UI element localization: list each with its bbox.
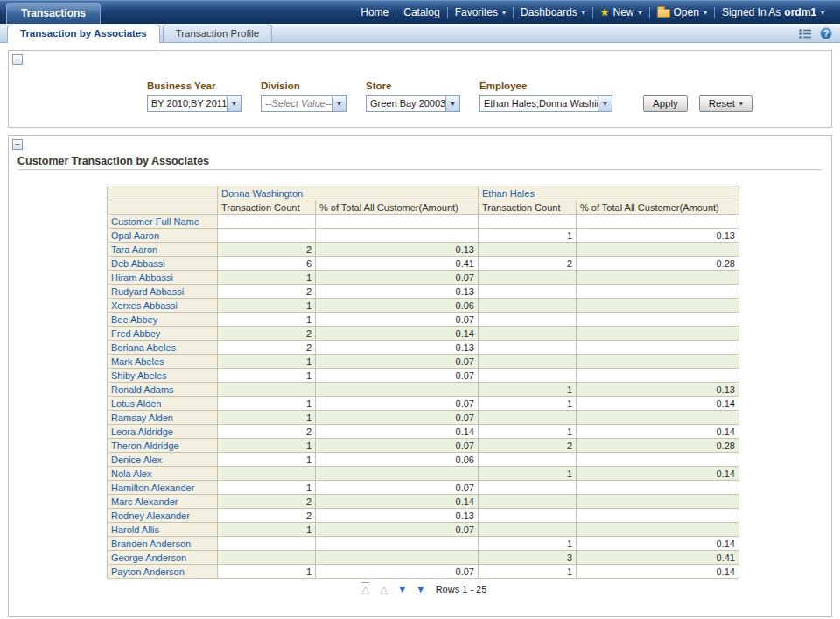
reset-button[interactable]: Reset ▾ — [699, 95, 752, 112]
measure-value-cell — [577, 299, 739, 313]
prompt-row: Business Year BY 2010;BY 2011 ▼ Division… — [147, 81, 831, 112]
customer-name-link[interactable]: Deb Abbassi — [108, 257, 218, 271]
measure-value-cell — [577, 523, 739, 537]
employee-label: Employee — [480, 81, 612, 91]
dropdown-arrow-icon[interactable]: ▼ — [598, 96, 612, 111]
open-folder-icon — [657, 9, 670, 18]
corner-cell — [108, 200, 218, 215]
nav-new[interactable]: ★ New ▾ — [593, 6, 649, 18]
customer-name-link[interactable]: Boriana Abeles — [108, 341, 218, 355]
rows-range-label: Rows 1 - 25 — [436, 584, 487, 594]
customer-name-link[interactable]: Xerxes Abbassi — [108, 299, 218, 313]
page-options-icon[interactable] — [798, 28, 812, 39]
empty-cell — [316, 215, 479, 229]
measure-value-cell: 2 — [218, 243, 316, 257]
table-row: Harold Allis10.07 — [108, 523, 739, 537]
collapse-report-icon[interactable]: − — [12, 139, 23, 150]
customer-name-link[interactable]: Leora Aldridge — [108, 425, 218, 439]
division-select[interactable]: --Select Value-- ▼ — [261, 95, 346, 112]
tab-transaction-profile[interactable]: Transaction Profile — [163, 25, 272, 42]
page-last-icon[interactable]: ▼ — [414, 582, 428, 596]
store-select[interactable]: Green Bay 20003 ▼ — [366, 95, 460, 112]
customer-name-link[interactable]: Harold Allis — [108, 523, 218, 537]
measure-value-cell: 0.14 — [577, 537, 739, 551]
table-row: Leora Aldridge20.1410.14 — [108, 425, 739, 439]
measure-value-cell: 1 — [218, 369, 316, 383]
title-divider — [18, 169, 822, 170]
dashboard-content: − Business Year BY 2010;BY 2011 ▼ Divisi… — [0, 43, 840, 617]
customer-name-link[interactable]: Opal Aaron — [108, 229, 218, 243]
customer-name-link[interactable]: Hamilton Alexander — [108, 481, 218, 495]
nav-favorites[interactable]: Favorites ▾ — [448, 6, 513, 18]
measure-value-cell — [479, 271, 577, 285]
nav-home[interactable]: Home — [354, 6, 396, 18]
measure-value-cell: 0.07 — [316, 397, 479, 411]
pivot-table-wrap: Donna Washington Ethan Hales Transaction… — [107, 186, 738, 579]
measure-value-cell — [218, 383, 316, 397]
table-row: Denice Alex10.06 — [108, 453, 739, 467]
customer-name-link[interactable]: Nola Alex — [108, 467, 218, 481]
page-down-icon[interactable]: ▼ — [396, 582, 410, 596]
measure-header-pct-total: % of Total All Customer(Amount) — [577, 200, 739, 215]
customer-name-link[interactable]: Payton Anderson — [108, 565, 218, 579]
collapse-prompts-icon[interactable]: − — [12, 54, 23, 65]
store-label: Store — [366, 81, 460, 91]
page-up-icon[interactable]: △ — [377, 582, 391, 596]
apply-button[interactable]: Apply — [643, 95, 688, 112]
measure-value-cell — [316, 383, 479, 397]
prompt-division: Division --Select Value-- ▼ — [261, 81, 346, 112]
table-row: Deb Abbassi60.4120.28 — [108, 257, 739, 271]
column-group-donna-washington[interactable]: Donna Washington — [218, 186, 479, 200]
customer-name-link[interactable]: Ronald Adams — [108, 383, 218, 397]
nav-signed-in[interactable]: Signed In As ordm1 ▾ — [715, 6, 831, 18]
measure-value-cell: 2 — [218, 341, 316, 355]
table-row: Mark Abeles10.07 — [108, 355, 739, 369]
customer-name-link[interactable]: Tara Aaron — [108, 243, 218, 257]
measure-value-cell: 1 — [218, 565, 316, 579]
measure-value-cell: 2 — [218, 327, 316, 341]
measure-value-cell: 1 — [218, 299, 316, 313]
dropdown-arrow-icon[interactable]: ▼ — [445, 96, 459, 111]
prompts-panel: − Business Year BY 2010;BY 2011 ▼ Divisi… — [8, 50, 832, 128]
nav-open[interactable]: Open ▾ — [650, 6, 714, 18]
dropdown-arrow-icon[interactable]: ▼ — [332, 96, 346, 111]
customer-name-link[interactable]: Mark Abeles — [108, 355, 218, 369]
measure-value-cell — [577, 243, 739, 257]
page-first-icon[interactable]: △ — [359, 582, 373, 596]
customer-name-link[interactable]: Lotus Alden — [108, 397, 218, 411]
nav-dashboards[interactable]: Dashboards ▾ — [514, 6, 592, 18]
column-group-ethan-hales[interactable]: Ethan Hales — [479, 186, 739, 200]
table-row: Opal Aaron10.13 — [108, 229, 739, 243]
measure-value-cell: 0.13 — [316, 509, 479, 523]
measure-value-cell: 2 — [218, 285, 316, 299]
customer-name-link[interactable]: Ramsay Alden — [108, 411, 218, 425]
customer-name-link[interactable]: Denice Alex — [108, 453, 218, 467]
customer-name-link[interactable]: Branden Anderson — [108, 537, 218, 551]
customer-name-link[interactable]: George Anderson — [108, 551, 218, 565]
dropdown-arrow-icon[interactable]: ▼ — [227, 96, 241, 111]
row-dimension-header[interactable]: Customer Full Name — [108, 215, 218, 229]
measure-value-cell — [218, 229, 316, 243]
employee-select[interactable]: Ethan Hales;Donna Washir ▼ — [480, 95, 612, 112]
customer-name-link[interactable]: Fred Abbey — [108, 327, 218, 341]
top-banner: Transactions Home Catalog Favorites ▾ Da… — [0, 0, 840, 24]
business-year-select[interactable]: BY 2010;BY 2011 ▼ — [147, 95, 242, 112]
measure-value-cell — [479, 243, 577, 257]
customer-name-link[interactable]: Hiram Abbassi — [108, 271, 218, 285]
nav-favorites-label: Favorites — [455, 6, 498, 18]
measure-value-cell: 0.14 — [316, 327, 479, 341]
tab-transaction-by-associates[interactable]: Transaction by Associates — [7, 25, 160, 43]
customer-name-link[interactable]: Marc Alexander — [108, 495, 218, 509]
customer-name-link[interactable]: Rodney Alexander — [108, 509, 218, 523]
measure-value-cell — [479, 313, 577, 327]
customer-name-link[interactable]: Theron Aldridge — [108, 439, 218, 453]
report-table-body: Opal Aaron10.13Tara Aaron20.13Deb Abbass… — [108, 229, 739, 579]
help-icon[interactable]: ? — [820, 27, 832, 39]
measure-value-cell: 0.07 — [316, 313, 479, 327]
customer-name-link[interactable]: Shiby Abeles — [108, 369, 218, 383]
nav-catalog[interactable]: Catalog — [396, 6, 446, 18]
customer-name-link[interactable]: Bee Abbey — [108, 313, 218, 327]
measure-value-cell: 0.14 — [316, 495, 479, 509]
apply-button-label: Apply — [653, 98, 678, 109]
customer-name-link[interactable]: Rudyard Abbassi — [108, 285, 218, 299]
